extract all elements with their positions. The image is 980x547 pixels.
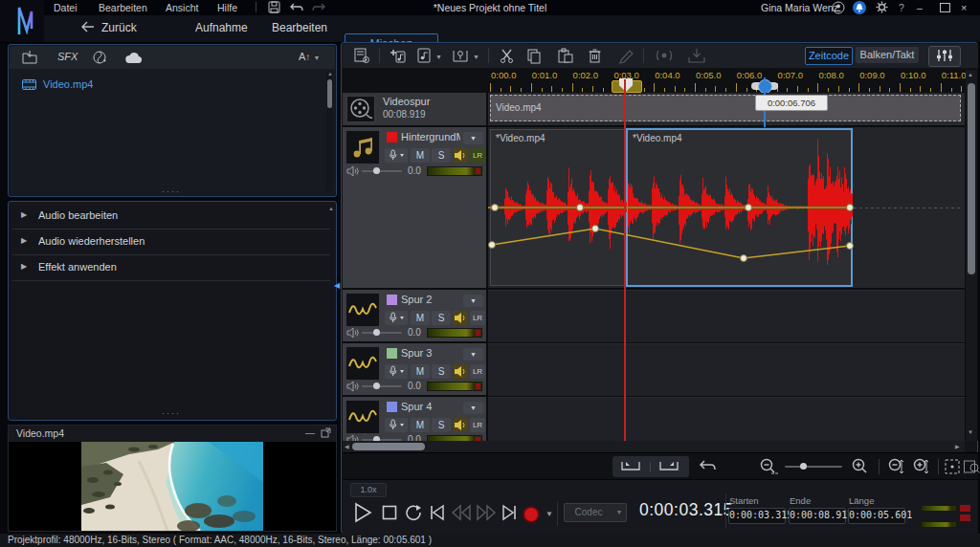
save-icon[interactable] <box>268 1 283 14</box>
track4-lane[interactable] <box>488 397 965 441</box>
scroll-left-icon[interactable]: ◀ <box>345 443 349 449</box>
fit-to-window-icon[interactable] <box>944 458 961 475</box>
speaker-route-button[interactable] <box>453 364 468 379</box>
zoom-slider[interactable] <box>785 466 842 468</box>
zoom-slider-knob[interactable] <box>800 463 807 470</box>
library-scrollbar[interactable]: ▲ <box>326 71 333 191</box>
maximize-icon[interactable] <box>940 3 950 12</box>
tab-aufnahme[interactable]: Aufnahme <box>195 21 248 34</box>
scroll-up-icon[interactable]: ▲ <box>327 71 332 77</box>
record-arm-mic-button[interactable] <box>385 311 408 325</box>
scrollbar-thumb[interactable] <box>327 79 332 108</box>
chevron-down-icon[interactable]: ▼ <box>473 54 479 60</box>
video-track-header[interactable]: Videospur 00:08.919 <box>343 93 486 125</box>
lr-channel-button[interactable]: LR <box>470 364 485 379</box>
video-clip[interactable]: Video.mp4 <box>490 95 961 121</box>
track2-lane[interactable] <box>488 290 965 342</box>
waveform-canvas[interactable] <box>488 127 965 288</box>
section-audio-bearbeiten[interactable]: ▶ Audio bearbeiten <box>10 204 335 228</box>
track-name[interactable]: Spur 3 <box>401 347 432 359</box>
video-preview[interactable] <box>9 442 336 531</box>
track-menu-button[interactable]: ▼ <box>463 402 483 414</box>
scroll-up-icon[interactable]: ▲ <box>968 72 973 77</box>
track4-header[interactable]: Spur 4 ▼ M S LR 0.0 <box>343 397 486 441</box>
mixer-button[interactable] <box>928 46 961 67</box>
speaker-route-button[interactable] <box>453 148 468 163</box>
trim-out-icon[interactable] <box>657 459 681 474</box>
track-color-swatch[interactable] <box>387 132 397 142</box>
volume-slider[interactable] <box>362 385 402 387</box>
sfx-button[interactable]: SFX <box>57 51 78 62</box>
mute-button[interactable]: M <box>411 148 430 163</box>
copy-icon[interactable] <box>526 48 543 64</box>
track-name[interactable]: Spur 2 <box>401 294 432 305</box>
zoom-in-icon[interactable] <box>850 457 871 476</box>
vertical-zoom-in-icon[interactable] <box>911 457 932 476</box>
lr-channel-button[interactable]: LR <box>470 148 485 163</box>
zoom-region-icon[interactable] <box>963 458 980 475</box>
solo-button[interactable]: S <box>432 148 451 163</box>
skip-to-start-button[interactable] <box>429 504 446 521</box>
cut-scissors-icon[interactable] <box>499 48 515 64</box>
zoom-out-icon[interactable] <box>758 457 779 476</box>
download-loops-icon[interactable] <box>92 50 108 65</box>
scrollbar-thumb[interactable] <box>352 443 425 450</box>
track3-lane[interactable] <box>488 343 965 396</box>
insert-file-icon[interactable] <box>417 48 432 64</box>
mute-button[interactable]: M <box>411 311 430 325</box>
loudness-meter-icon[interactable] <box>655 48 674 64</box>
track2-header[interactable]: Spur 2 ▼ M S LR 0.0 <box>343 290 486 341</box>
speaker-route-button[interactable] <box>453 418 468 432</box>
panel-collapse-arrow-icon[interactable]: ◀ <box>334 279 341 293</box>
record-arm-mic-button[interactable] <box>385 418 408 432</box>
skip-to-end-button[interactable] <box>501 504 518 521</box>
delete-trash-icon[interactable] <box>588 48 602 64</box>
track-menu-button[interactable]: ▼ <box>463 132 483 144</box>
export-icon[interactable] <box>687 48 706 64</box>
menu-datei[interactable]: Datei <box>54 2 78 13</box>
play-button[interactable] <box>352 501 373 524</box>
paste-icon[interactable] <box>557 48 574 64</box>
undo-zoom-icon[interactable] <box>699 458 718 475</box>
preview-minimize-icon[interactable]: — <box>305 427 315 438</box>
menu-bearbeiten[interactable]: Bearbeiten <box>99 2 147 13</box>
volume-slider[interactable] <box>362 170 402 172</box>
lr-channel-button[interactable]: LR <box>470 418 485 432</box>
end-field[interactable]: 0:00:08.917 <box>789 508 846 524</box>
vertical-scrollbar[interactable]: ▲ ▼ <box>966 70 977 441</box>
record-arm-mic-button[interactable] <box>385 148 408 163</box>
back-arrow-icon[interactable] <box>80 21 96 33</box>
tab-bearbeiten[interactable]: Bearbeiten <box>272 21 327 34</box>
solo-button[interactable]: S <box>432 364 451 379</box>
codec-select[interactable]: Codec <box>564 503 613 522</box>
fast-forward-button[interactable] <box>476 504 497 521</box>
playback-speed[interactable]: 1.0x <box>350 483 387 497</box>
track-menu-button[interactable]: ▼ <box>463 348 483 361</box>
help-icon[interactable]: ? <box>899 2 904 13</box>
track-name[interactable]: Spur 4 <box>401 401 432 412</box>
track-color-swatch[interactable] <box>387 295 397 305</box>
volume-slider-knob[interactable] <box>373 329 380 336</box>
settings-gear-icon[interactable] <box>876 1 888 13</box>
codec-chevron-icon[interactable]: ▼ <box>612 503 627 522</box>
loop-button[interactable] <box>404 503 423 522</box>
mute-button[interactable]: M <box>411 418 430 432</box>
cloud-icon[interactable] <box>124 52 144 64</box>
menu-ansicht[interactable]: Ansicht <box>166 2 198 13</box>
back-button[interactable]: Zurück <box>101 21 137 34</box>
trim-in-icon[interactable] <box>618 459 643 474</box>
view-timecode-button[interactable]: Zeitcode <box>805 47 853 65</box>
chevron-down-icon[interactable]: ▼ <box>435 54 442 60</box>
minimize-icon[interactable]: – <box>917 2 923 13</box>
lr-channel-button[interactable]: LR <box>470 311 485 325</box>
volume-slider[interactable] <box>362 332 402 334</box>
section-effekt-anwenden[interactable]: ▶ Effekt anwenden <box>10 255 335 279</box>
draw-pen-icon[interactable] <box>618 48 635 64</box>
panel-resize-handle[interactable]: ···· <box>162 186 181 196</box>
track-color-swatch[interactable] <box>387 348 397 359</box>
media-list-item-video[interactable]: Video.mp4 <box>10 77 335 94</box>
track-color-swatch[interactable] <box>387 402 397 412</box>
solo-button[interactable]: S <box>432 418 451 432</box>
stop-button[interactable] <box>381 504 398 521</box>
record-options-chevron-icon[interactable]: ▼ <box>546 510 553 518</box>
